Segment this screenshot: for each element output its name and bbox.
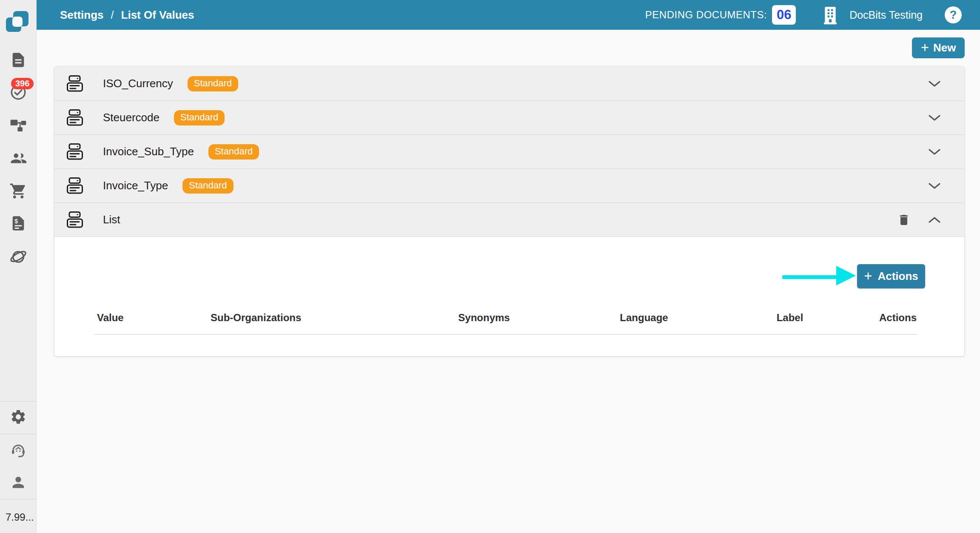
cart-icon[interactable] bbox=[0, 182, 37, 200]
column-header-synonyms: Synonyms bbox=[458, 312, 510, 324]
lov-name: Invoice_Type bbox=[103, 179, 168, 192]
chevron-down-icon[interactable] bbox=[924, 142, 945, 162]
settings-gear-icon[interactable] bbox=[0, 408, 37, 425]
column-header-label: Label bbox=[777, 312, 803, 324]
chevron-down-icon[interactable] bbox=[924, 108, 945, 128]
list-of-values-icon bbox=[66, 75, 85, 92]
lov-name: Steuercode bbox=[103, 111, 160, 124]
lov-row-steuercode[interactable]: Steuercode Standard bbox=[54, 101, 964, 135]
chevron-down-icon[interactable] bbox=[924, 74, 945, 94]
list-expanded-panel: + Actions Value Sub-Organizations Synony… bbox=[54, 237, 964, 356]
new-button[interactable]: + New bbox=[912, 37, 965, 58]
list-of-values-icon bbox=[66, 143, 85, 160]
plus-icon: + bbox=[864, 269, 872, 283]
standard-badge: Standard bbox=[182, 178, 233, 194]
organization-name[interactable]: DocBits Testing bbox=[849, 9, 923, 21]
lov-name: List bbox=[103, 213, 120, 226]
annotation-arrow-head bbox=[836, 266, 856, 285]
lov-name: Invoice_Sub_Type bbox=[103, 145, 194, 158]
standard-badge: Standard bbox=[174, 110, 225, 125]
pending-documents-count: 06 bbox=[772, 5, 796, 25]
chevron-up-icon[interactable] bbox=[924, 210, 945, 230]
table-header-divider bbox=[94, 334, 917, 335]
breadcrumb: Settings / List Of Values bbox=[37, 9, 194, 22]
docbits-logo bbox=[0, 0, 37, 33]
lov-row-invoice-sub-type[interactable]: Invoice_Sub_Type Standard bbox=[54, 135, 964, 169]
column-header-value: Value bbox=[97, 312, 124, 324]
standard-badge: Standard bbox=[188, 76, 238, 91]
list-of-values-card: ISO_Currency Standard Steuercode Standar… bbox=[54, 66, 965, 356]
pending-documents-label: PENDING DOCUMENTS: bbox=[645, 9, 767, 21]
building-icon bbox=[822, 5, 838, 25]
help-icon[interactable]: ? bbox=[945, 6, 962, 23]
svg-text:$: $ bbox=[14, 218, 18, 225]
list-of-values-icon bbox=[66, 211, 85, 228]
network-orbit-icon[interactable] bbox=[0, 248, 37, 265]
users-icon[interactable] bbox=[0, 150, 37, 168]
annotation-arrow bbox=[782, 275, 837, 279]
plus-icon: + bbox=[921, 40, 929, 54]
pending-count-badge: 396 bbox=[11, 78, 34, 89]
list-of-values-icon bbox=[66, 109, 85, 126]
actions-button[interactable]: + Actions bbox=[857, 264, 925, 288]
breadcrumb-settings[interactable]: Settings bbox=[60, 9, 104, 22]
breadcrumb-list-of-values[interactable]: List Of Values bbox=[121, 9, 194, 22]
lov-row-invoice-type[interactable]: Invoice_Type Standard bbox=[54, 169, 964, 203]
documents-icon[interactable] bbox=[0, 51, 37, 68]
invoice-icon[interactable]: $ bbox=[0, 215, 37, 232]
lov-name: ISO_Currency bbox=[103, 77, 173, 90]
lov-row-iso-currency[interactable]: ISO_Currency Standard bbox=[54, 67, 964, 101]
breadcrumb-separator: / bbox=[111, 9, 114, 21]
top-header: Settings / List Of Values PENDING DOCUME… bbox=[37, 0, 980, 30]
chevron-down-icon[interactable] bbox=[924, 176, 945, 196]
column-header-sub-organizations: Sub-Organizations bbox=[211, 312, 301, 324]
sidebar: 396 $ bbox=[0, 0, 37, 533]
workflow-icon[interactable] bbox=[0, 117, 37, 134]
app-version: 7.99... bbox=[6, 511, 34, 523]
standard-badge: Standard bbox=[208, 144, 259, 160]
list-of-values-icon bbox=[66, 177, 85, 194]
column-header-language: Language bbox=[620, 312, 668, 324]
user-icon[interactable] bbox=[0, 474, 37, 491]
column-header-actions: Actions bbox=[879, 312, 917, 324]
lov-row-list[interactable]: List bbox=[54, 203, 964, 237]
delete-icon[interactable] bbox=[894, 210, 914, 230]
support-headset-icon[interactable] bbox=[0, 442, 37, 459]
